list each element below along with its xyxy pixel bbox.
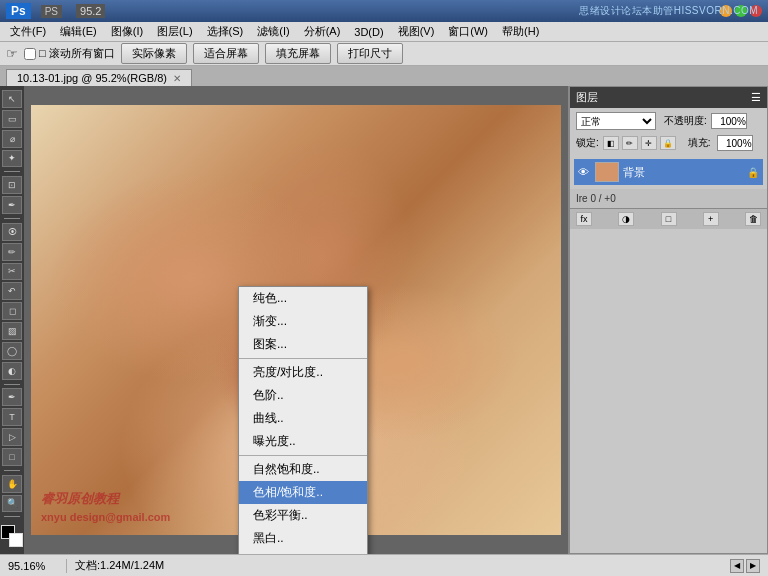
actual-pixels-button[interactable]: 实际像素 [121,43,187,64]
fit-screen-button[interactable]: 适合屏幕 [193,43,259,64]
document-tab[interactable]: 10.13-01.jpg @ 95.2%(RGB/8) ✕ [6,69,192,86]
foreground-background-colors[interactable] [1,525,23,550]
path-select-tool[interactable]: ▷ [2,428,22,446]
options-bar: ☞ □ 滚动所有窗口 实际像素 适合屏幕 填充屏幕 打印尺寸 [0,42,768,66]
lock-row: 锁定: ◧ ✏ ✛ 🔒 填充: [576,133,761,153]
menu-file[interactable]: 文件(F) [4,22,52,41]
ps-icon: Ps [6,3,31,19]
menu-icon: PS [41,5,62,18]
brush-tool[interactable]: ✏ [2,243,22,261]
tab-bar: 10.13-01.jpg @ 95.2%(RGB/8) ✕ [0,66,768,86]
zoom-value: 95.2 [76,4,105,18]
history-brush-tool[interactable]: ↶ [2,282,22,300]
fill-input[interactable] [717,135,753,151]
layers-panel-options[interactable]: ☰ [751,91,761,104]
lock-label: 锁定: [576,136,599,150]
spot-healing-tool[interactable]: ⦿ [2,223,22,241]
lock-transparency-icon[interactable]: ◧ [603,136,619,150]
dd-exposure[interactable]: 曝光度.. [239,430,367,453]
new-adjustment-layer-button[interactable]: ◑ [618,212,634,226]
nav-prev-button[interactable]: ◀ [730,559,744,573]
info-value: Ire 0 / +0 [576,193,616,204]
scroll-all-checkbox[interactable]: □ 滚动所有窗口 [24,46,115,61]
menu-select[interactable]: 选择(S) [201,22,250,41]
dd-color-balance[interactable]: 色彩平衡.. [239,504,367,527]
status-separator [66,559,67,573]
lock-position-icon[interactable]: ✛ [641,136,657,150]
opacity-input[interactable] [711,113,747,129]
layers-panel: 图层 ☰ 正常 不透明度: 锁定: ◧ ✏ ✛ 🔒 [569,86,768,554]
dd-pattern[interactable]: 图案... [239,333,367,356]
blur-tool[interactable]: ◯ [2,342,22,360]
nav-next-button[interactable]: ▶ [746,559,760,573]
dropdown-separator-2 [239,455,367,456]
magic-wand-tool[interactable]: ✦ [2,150,22,168]
shape-tool[interactable]: □ [2,448,22,466]
clone-tool[interactable]: ✂ [2,263,22,281]
menu-edit[interactable]: 编辑(E) [54,22,103,41]
layers-panel-bottom: fx ◑ □ + 🗑 [570,208,767,229]
print-size-button[interactable]: 打印尺寸 [337,43,403,64]
menu-filter[interactable]: 滤镜(I) [251,22,295,41]
blend-mode-select[interactable]: 正常 [576,112,656,130]
tool-separator-4 [4,470,20,471]
status-bar: 95.16% 文档:1.24M/1.24M ◀ ▶ [0,554,768,576]
lock-all-icon[interactable]: 🔒 [660,136,676,150]
dd-bw[interactable]: 黑白.. [239,527,367,550]
eyedropper-tool[interactable]: ✒ [2,196,22,214]
dd-levels[interactable]: 色阶.. [239,384,367,407]
move-tool[interactable]: ↖ [2,90,22,108]
info-panel: Ire 0 / +0 [570,189,767,208]
layer-visibility-icon[interactable]: 👁 [578,166,589,178]
fill-label: 填充: [688,136,711,150]
marquee-tool[interactable]: ▭ [2,110,22,128]
menu-window[interactable]: 窗口(W) [442,22,494,41]
crop-tool[interactable]: ⊡ [2,176,22,194]
tool-separator-1 [4,171,20,172]
layers-panel-header: 图层 ☰ [570,87,767,108]
hand-tool-icon: ☞ [6,46,18,61]
dd-photo-filter[interactable]: 照片滤镜.. [239,550,367,554]
delete-layer-button[interactable]: 🗑 [745,212,761,226]
dd-curves[interactable]: 曲线.. [239,407,367,430]
new-group-button[interactable]: □ [661,212,677,226]
tool-separator-5 [4,516,20,517]
layers-controls: 正常 不透明度: 锁定: ◧ ✏ ✛ 🔒 填充: [570,108,767,157]
layer-background[interactable]: 👁 背景 🔒 [574,159,763,185]
zoom-tool[interactable]: 🔍 [2,495,22,513]
watermark-title: 思绪设计论坛本助管HISSVORN.COM [579,4,758,18]
menu-3d[interactable]: 3D(D) [348,24,389,40]
hand-tool[interactable]: ✋ [2,475,22,493]
lasso-tool[interactable]: ⌀ [2,130,22,148]
pen-tool[interactable]: ✒ [2,388,22,406]
opacity-label: 不透明度: [664,114,707,128]
main-area: ↖ ▭ ⌀ ✦ ⊡ ✒ ⦿ ✏ ✂ ↶ ◻ ▨ ◯ ◐ ✒ T ▷ □ ✋ 🔍 [0,86,768,554]
dodge-tool[interactable]: ◐ [2,362,22,380]
menu-analysis[interactable]: 分析(A) [298,22,347,41]
layer-thumbnail [595,162,619,182]
menu-help[interactable]: 帮助(H) [496,22,545,41]
menu-image[interactable]: 图像(I) [105,22,149,41]
fill-screen-button[interactable]: 填充屏幕 [265,43,331,64]
text-tool[interactable]: T [2,408,22,426]
lock-paint-icon[interactable]: ✏ [622,136,638,150]
gradient-tool[interactable]: ▨ [2,322,22,340]
status-zoom: 95.16% [8,560,58,572]
layers-title: 图层 [576,90,598,105]
canvas-area: 睿羽原创教程 xnyu design@gmail.com 纯色... 渐变...… [24,86,568,554]
tool-separator-3 [4,384,20,385]
background-color[interactable] [9,533,23,547]
eraser-tool[interactable]: ◻ [2,302,22,320]
layer-fx-button[interactable]: fx [576,212,592,226]
tab-close-button[interactable]: ✕ [173,73,181,84]
new-layer-button[interactable]: + [703,212,719,226]
dd-hue-saturation[interactable]: 色相/饱和度.. [239,481,367,504]
dd-vibrance[interactable]: 自然饱和度.. [239,458,367,481]
dd-gradient[interactable]: 渐变... [239,310,367,333]
app-icons: Ps PS 95.2 [6,3,105,19]
menu-view[interactable]: 视图(V) [392,22,441,41]
dd-solid-color[interactable]: 纯色... [239,287,367,310]
lock-icons: ◧ ✏ ✛ 🔒 [603,136,676,150]
menu-layer[interactable]: 图层(L) [151,22,198,41]
dd-brightness-contrast[interactable]: 亮度/对比度.. [239,361,367,384]
